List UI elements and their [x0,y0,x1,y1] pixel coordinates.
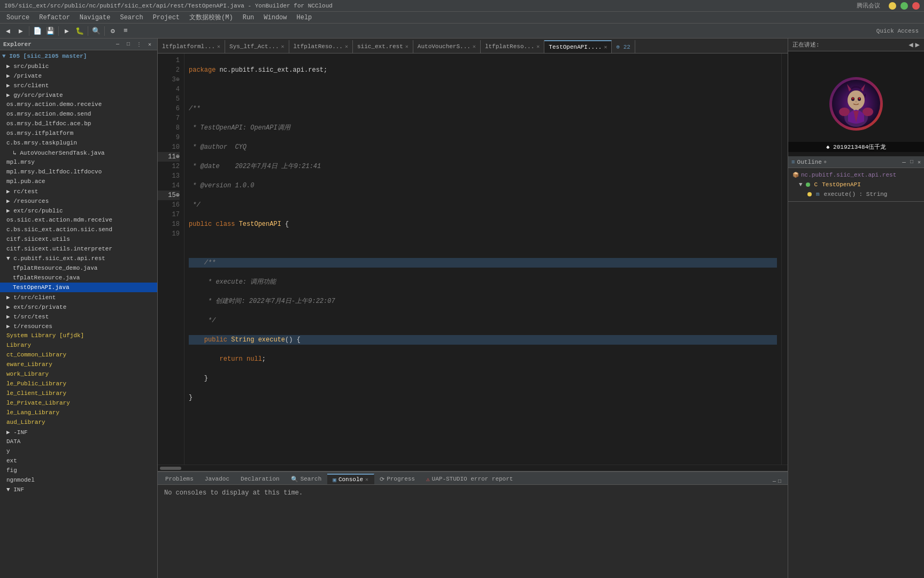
tab-ltfplatr2[interactable]: ltfplatReso... ✕ [481,40,544,53]
bottom-tab-progress[interactable]: ⟳ Progress [374,474,421,484]
h-scroll-thumb[interactable] [160,467,181,470]
toolbar-perspective[interactable]: ⚙ [107,25,119,37]
tree-item[interactable]: citf.siicext.utils.interpreter [0,244,157,254]
maximize-btn[interactable] [900,2,908,10]
outline-btn-3[interactable]: ✕ [918,159,921,165]
bottom-tab-search[interactable]: 🔍 Search [286,474,328,484]
tab-22[interactable]: ⊕ 22 [612,40,635,53]
close-btn[interactable] [912,2,920,10]
tree-item[interactable]: tfplatResource.java [0,273,157,283]
tab-autovoucher[interactable]: AutoVoucherS... ✕ [413,40,481,53]
tree-item-project[interactable]: ▼ I05 [siic_2105 master] [0,51,157,61]
tab-close-ltfplatr1[interactable]: ✕ [345,43,348,50]
menu-validate[interactable]: 文数据校验(M) [185,12,237,23]
tree-item[interactable]: System Library [ufjdk] [0,331,157,340]
video-prev-btn[interactable]: ◀ [908,40,913,49]
tree-item[interactable]: ▶ t/src/client [0,292,157,302]
menu-help[interactable]: Help [292,13,317,22]
tree-item[interactable]: tfplatResource_demo.java [0,263,157,273]
toolbar-new[interactable]: 📄 [32,25,43,37]
quick-access-label[interactable]: Quick Access [873,27,922,35]
tab-close-ltfplatr2[interactable]: ✕ [536,43,540,50]
tree-item[interactable]: ▶ src/client [0,80,157,90]
tree-item[interactable]: os.mrsy.bd_ltfdoc.ace.bp [0,119,157,128]
tree-item[interactable]: le_Lang_Library [0,408,157,417]
bottom-tab-uap[interactable]: ⚠ UAP-STUDIO error report [421,474,519,484]
menu-window[interactable]: Window [259,13,291,22]
toolbar-search[interactable]: 🔍 [90,25,102,37]
tab-siic-ext[interactable]: siic_ext.rest ✕ [353,40,413,53]
explorer-max-btn[interactable]: □ [124,40,133,49]
tree-item[interactable]: ▼ c.pubitf.siic_ext.api.rest [0,254,157,263]
tree-item[interactable]: c.bs.mrsy.taskplugin [0,138,157,148]
tree-item[interactable]: ▶ /private [0,71,157,80]
tree-item[interactable]: ▼ INF [0,485,157,495]
tree-item[interactable]: ▶ t/src/test [0,311,157,321]
outline-method[interactable]: m execute() : String [788,189,924,199]
outline-btn-1[interactable]: — [902,159,906,165]
tab-close-sys[interactable]: ✕ [281,43,284,50]
tab-ltfplatforml[interactable]: ltfplatforml... ✕ [158,40,225,53]
bottom-tab-declaration[interactable]: Declaration [235,474,286,484]
tab-testopenapi[interactable]: TestOpenAPI.... ✕ [544,40,612,53]
menu-refactor[interactable]: Refactor [35,13,74,22]
tab-sys-ltf[interactable]: Sys_ltf_Act... ✕ [225,40,289,53]
tree-item[interactable]: os.mrsy.action.demo.send [0,109,157,119]
menu-run[interactable]: Run [238,13,259,22]
file-tree[interactable]: ▼ I05 [siic_2105 master] ▶ src/public ▶ … [0,50,157,578]
tree-item[interactable]: ▶ /resources [0,196,157,206]
toolbar-back[interactable]: ◀ [2,25,14,37]
editor-vertical-scrollbar[interactable] [781,54,788,465]
tree-item[interactable]: ▶ rc/test [0,186,157,196]
tree-item[interactable]: y [0,446,157,456]
outline-btn-2[interactable]: □ [910,159,913,165]
tree-item[interactable]: ngnmodel [0,475,157,485]
explorer-collapse-btn[interactable]: — [113,40,122,49]
tree-item[interactable]: c.bs.siic_ext.action.siic.send [0,225,157,234]
tree-item[interactable]: ▶ src/public [0,61,157,71]
tree-item[interactable]: le_Private_Library [0,398,157,408]
tree-item[interactable]: eware_Library [0,360,157,369]
tree-item[interactable]: DATA [0,437,157,446]
bottom-tab-console-close[interactable]: ✕ [365,476,368,483]
code-content[interactable]: package nc.pubitf.siic_ext.api.rest; /**… [184,54,781,465]
tree-item[interactable]: ▶ ext/src/private [0,302,157,311]
bottom-panel-min[interactable]: — [773,478,776,484]
tree-item[interactable]: ext [0,456,157,466]
tree-item[interactable]: ▶ t/resources [0,321,157,331]
tree-item[interactable]: os.siic.ext.action.mdm.receive [0,215,157,225]
tree-item[interactable]: ▶ ext/src/public [0,206,157,215]
tree-item[interactable]: ▶ -INF [0,427,157,437]
outline-package[interactable]: 📦 nc.pubitf.siic_ext.api.rest [788,170,924,180]
menu-navigate[interactable]: Navigate [75,13,115,22]
bottom-tab-problems[interactable]: Problems [160,474,199,484]
explorer-close-btn[interactable]: ✕ [145,40,154,49]
tab-close-ltfplatforml[interactable]: ✕ [217,43,220,50]
explorer-menu-btn[interactable]: ⋮ [135,40,143,49]
tab-close-autovoucher[interactable]: ✕ [473,43,476,50]
minimize-btn[interactable] [889,2,896,10]
tree-item-selected[interactable]: TestOpenAPI.java [0,283,157,292]
tree-item[interactable]: aud_Library [0,417,157,427]
menu-source[interactable]: Source [2,13,34,22]
tree-item[interactable]: work_Library [0,369,157,379]
tree-item[interactable]: mpl.pub.ace [0,177,157,186]
horizontal-scroll[interactable] [158,465,788,471]
tree-item[interactable]: ▶ gy/src/private [0,90,157,100]
tree-item[interactable]: os.mrsy.action.demo.receive [0,100,157,109]
tree-item[interactable]: ct_Common_Library [0,350,157,360]
outline-class[interactable]: ▼ C TestOpenAPI [788,180,924,189]
video-next-btn[interactable]: ▶ [915,40,920,49]
tree-item[interactable]: citf.siicext.utils [0,234,157,244]
tree-item[interactable]: os.mrsy.itfplatform [0,128,157,138]
toolbar-more[interactable]: ≡ [120,25,132,37]
tab-close-testopenapi[interactable]: ✕ [604,44,607,50]
bottom-tab-javadoc[interactable]: Javadoc [199,474,235,484]
toolbar-save[interactable]: 💾 [44,25,56,37]
bottom-tab-console[interactable]: ▣ Console ✕ [327,474,374,484]
tab-ltfplatr1[interactable]: ltfplatReso... ✕ [289,40,353,53]
tree-item[interactable]: fig [0,466,157,475]
tree-item[interactable]: le_Client_Library [0,389,157,398]
tree-item[interactable]: mpl.mrsy [0,157,157,167]
tree-item[interactable]: mpl.mrsy.bd_ltfdoc.ltfdocvo [0,167,157,177]
